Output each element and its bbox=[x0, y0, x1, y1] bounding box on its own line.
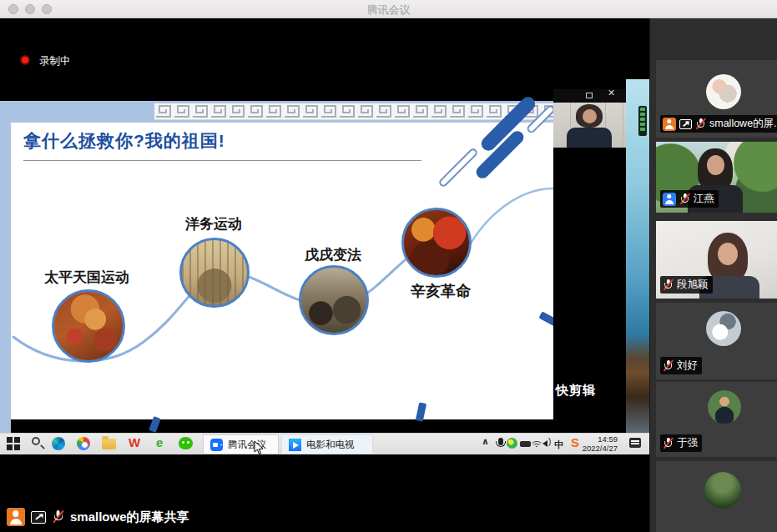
participant-tile-smallowe[interactable]: smallowe的屏. bbox=[656, 60, 777, 138]
chrome-browser-icon[interactable] bbox=[77, 437, 90, 450]
participant-badge: smallowe的屏. bbox=[660, 115, 777, 133]
participant-tile-jiangyan[interactable]: 江燕 bbox=[656, 142, 777, 213]
timeline-label-wuxu: 戊戌变法 bbox=[305, 245, 361, 264]
participant-name: 江燕 bbox=[694, 192, 714, 206]
participant-badge: 刘好 bbox=[660, 357, 702, 374]
taskbar-date: 2022/4/27 bbox=[579, 444, 618, 453]
mic-muted-icon bbox=[663, 359, 674, 372]
notification-center-icon[interactable] bbox=[629, 438, 641, 448]
participant-face bbox=[707, 155, 724, 175]
participant-name: 段旭颖 bbox=[677, 278, 709, 292]
mic-muted-icon bbox=[663, 437, 674, 449]
taskbar-app-movies-tv[interactable]: 电影和电视 bbox=[281, 434, 373, 454]
audio-level-meter bbox=[638, 106, 647, 136]
tray-chevron-icon[interactable]: ∧ bbox=[482, 436, 489, 447]
timeline-label-xinhai: 辛亥革命 bbox=[411, 281, 471, 301]
avatar bbox=[704, 472, 741, 509]
participant-face bbox=[718, 243, 738, 265]
mic-muted-icon bbox=[679, 193, 690, 205]
participant-tile-yuqiang[interactable]: 于强 bbox=[656, 382, 777, 457]
screen-share-banner: smallowe的屏幕共享 bbox=[7, 506, 189, 528]
participant-tile-partial[interactable] bbox=[656, 461, 777, 532]
timeline-label-yangwu: 洋务运动 bbox=[185, 214, 242, 233]
mic-muted-icon bbox=[663, 279, 674, 291]
participant-name: smallowe的屏. bbox=[709, 117, 777, 131]
wps-icon[interactable]: W bbox=[129, 435, 140, 449]
tray-device-icon[interactable] bbox=[520, 441, 531, 447]
screen-share-icon bbox=[31, 511, 46, 524]
share-banner-label: smallowe的屏幕共享 bbox=[70, 509, 189, 525]
taskbar-time: 14:59 bbox=[579, 434, 618, 444]
presenter-icon bbox=[7, 508, 25, 526]
wechat-icon[interactable] bbox=[179, 437, 193, 449]
presenter-camera-feed bbox=[553, 103, 626, 148]
mic-muted-icon bbox=[695, 118, 706, 130]
presenter-icon bbox=[663, 118, 676, 131]
timeline-image-xinhai bbox=[401, 208, 472, 278]
presenter-body bbox=[567, 128, 612, 148]
screen-share-icon bbox=[679, 119, 692, 129]
presenter-face bbox=[583, 109, 597, 123]
search-icon[interactable] bbox=[32, 437, 40, 445]
avatar bbox=[708, 390, 741, 424]
participant-badge: 于强 bbox=[660, 434, 702, 452]
avatar bbox=[706, 311, 741, 346]
tray-360-icon[interactable] bbox=[507, 438, 517, 449]
participant-icon bbox=[663, 193, 676, 206]
meeting-window: 录制中 拿什么拯救你?我的祖国! 太平天国运动 洋务运动 戊戌变法 辛亥革命 bbox=[0, 0, 777, 532]
timeline-image-taiping bbox=[52, 289, 125, 363]
wifi-icon[interactable] bbox=[532, 439, 542, 448]
close-icon[interactable]: ✕ bbox=[608, 88, 615, 98]
mic-muted-icon bbox=[52, 510, 64, 524]
taskbar-clock[interactable]: 14:59 2022/4/27 bbox=[579, 434, 618, 453]
taskbar-app-label: 电影和电视 bbox=[306, 439, 355, 451]
window-title: 腾讯会议 bbox=[0, 3, 777, 18]
ime-indicator[interactable]: 中 bbox=[554, 439, 563, 451]
minimize-icon[interactable] bbox=[586, 93, 593, 98]
timeline-image-yangwu bbox=[179, 238, 250, 308]
tray-microphone-icon[interactable] bbox=[498, 438, 503, 445]
mouse-cursor bbox=[253, 440, 265, 455]
avatar bbox=[706, 74, 741, 109]
participant-name: 于强 bbox=[677, 436, 698, 450]
tencent-meeting-icon bbox=[210, 439, 223, 451]
ie-browser-icon[interactable]: e bbox=[156, 435, 163, 449]
participant-badge: 江燕 bbox=[660, 190, 719, 208]
timeline-label-taiping: 太平天国运动 bbox=[44, 268, 129, 287]
movies-tv-icon bbox=[289, 439, 301, 451]
editor-watermark: 快剪辑 bbox=[556, 383, 596, 399]
sogou-icon[interactable]: S bbox=[571, 435, 579, 449]
start-button-icon[interactable] bbox=[7, 437, 20, 450]
file-explorer-icon[interactable] bbox=[102, 439, 116, 449]
edge-browser-icon[interactable] bbox=[52, 437, 65, 450]
taskbar-app-tencent-meeting[interactable]: 腾讯会议 bbox=[203, 434, 279, 454]
participant-name: 刘好 bbox=[677, 359, 698, 373]
participant-tile-liuhao[interactable]: 刘好 bbox=[656, 303, 777, 379]
timeline-image-wuxu bbox=[299, 265, 369, 335]
participant-badge: 段旭颖 bbox=[660, 276, 713, 294]
participant-tile-duanxuying[interactable]: 段旭颖 bbox=[656, 221, 777, 299]
